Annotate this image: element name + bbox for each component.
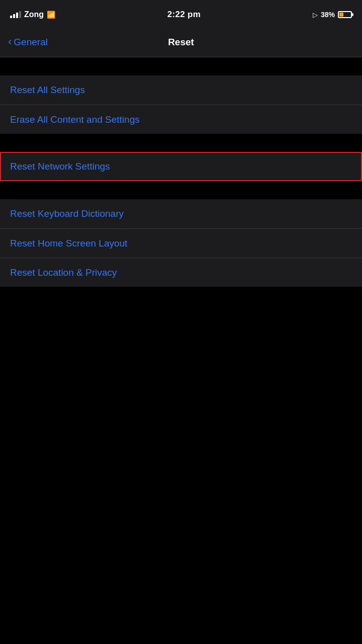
list-item-reset-all-settings[interactable]: Reset All Settings [0,75,362,105]
back-button[interactable]: ‹ General [8,37,48,48]
list-item-label: Erase All Content and Settings [10,114,140,125]
wifi-icon: 📶 [47,11,55,19]
carrier-name: Zong [24,10,44,19]
back-button-label: General [14,37,48,48]
list-item-reset-home-screen-layout[interactable]: Reset Home Screen Layout [0,228,362,258]
list-item-reset-location-privacy[interactable]: Reset Location & Privacy [0,258,362,287]
navigation-bar: ‹ General Reset [0,27,362,57]
section-spacer-2 [0,134,362,152]
battery-fill [339,13,343,17]
status-time: 2:22 pm [167,10,201,20]
page-title: Reset [168,37,194,48]
list-item-label: Reset Keyboard Dictionary [10,208,124,219]
list-item-label: Reset Network Settings [10,161,110,172]
status-left: Zong 📶 [10,10,55,19]
list-item-label: Reset Location & Privacy [10,267,117,278]
list-group-2: Reset Network Settings [0,152,362,181]
section-spacer-1 [0,57,362,75]
list-item-label: Reset All Settings [10,85,85,96]
battery-percent: 38% [321,11,335,19]
signal-bars-icon [10,11,21,18]
status-bar: Zong 📶 2:22 pm ▷ 38% [0,0,362,27]
list-group-1: Reset All Settings Erase All Content and… [0,75,362,134]
section-spacer-3 [0,181,362,199]
list-item-reset-network-settings[interactable]: Reset Network Settings [0,152,362,181]
list-group-3: Reset Keyboard Dictionary Reset Home Scr… [0,199,362,287]
list-item-reset-keyboard-dictionary[interactable]: Reset Keyboard Dictionary [0,199,362,228]
back-chevron-icon: ‹ [8,36,12,47]
list-item-label: Reset Home Screen Layout [10,238,127,249]
status-right: ▷ 38% [313,11,352,19]
battery-icon [338,11,352,18]
location-icon: ▷ [313,11,318,19]
list-item-erase-all-content[interactable]: Erase All Content and Settings [0,105,362,134]
